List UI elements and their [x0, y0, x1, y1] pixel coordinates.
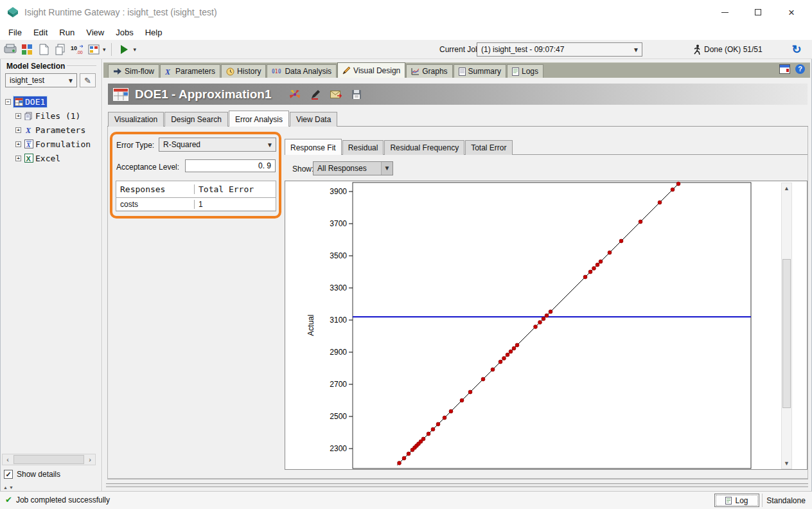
- model-select[interactable]: isight_test ▼: [5, 73, 77, 87]
- expand-toggle-icon[interactable]: +: [15, 141, 21, 147]
- subtab-error-analysis[interactable]: Error Analysis: [229, 111, 289, 127]
- tab-label: Sim-flow: [125, 67, 154, 76]
- data-point: [599, 260, 603, 263]
- data-point: [431, 427, 435, 431]
- run-options-caret-icon[interactable]: ▾: [134, 46, 137, 53]
- response-fit-chart: 230025002700290031003300350037003900Actu…: [285, 181, 808, 470]
- data-point: [542, 317, 545, 321]
- display-options-button[interactable]: [86, 42, 102, 57]
- edit-model-button[interactable]: ✎: [80, 73, 96, 87]
- expand-toggle-icon[interactable]: +: [15, 156, 21, 161]
- subtab-visualization[interactable]: Visualization: [108, 112, 164, 127]
- scrollbar-thumb[interactable]: [13, 455, 84, 464]
- publish-button[interactable]: [328, 87, 344, 102]
- data-point: [538, 321, 542, 325]
- scroll-down-icon[interactable]: ▼: [782, 458, 791, 469]
- tree-item-files[interactable]: Files (1): [24, 111, 82, 121]
- error-type-select[interactable]: R-Squared ▼: [159, 138, 276, 152]
- subtab-view-data[interactable]: View Data: [290, 112, 337, 127]
- data-point: [481, 377, 485, 381]
- tree-item-parameters[interactable]: X Parameters: [24, 125, 87, 136]
- table-row[interactable]: costs 1: [116, 198, 276, 211]
- total-error-column-header[interactable]: Total Error: [195, 184, 276, 194]
- tab-logs[interactable]: Logs: [507, 64, 543, 78]
- analysis-tab-total-error[interactable]: Total Error: [465, 140, 512, 155]
- envelope-icon: [330, 90, 342, 99]
- sidebar-scroll-arrows[interactable]: ▲▼: [3, 485, 15, 490]
- show-responses-value: All Responses: [313, 164, 381, 173]
- rename-button[interactable]: [308, 87, 323, 102]
- analysis-tab-residual[interactable]: Residual: [342, 140, 384, 155]
- tab-visual-design[interactable]: Visual Design: [337, 62, 405, 78]
- data-point: [592, 267, 596, 271]
- analysis-tab-response-fit[interactable]: Response Fit: [285, 139, 342, 155]
- expand-toggle-icon[interactable]: +: [15, 113, 21, 119]
- scroll-left-icon[interactable]: ‹: [3, 456, 13, 463]
- tab-graphs[interactable]: Graphs: [406, 64, 452, 78]
- tab-history[interactable]: History: [221, 64, 266, 78]
- precision-button[interactable]: 10.00: [69, 42, 85, 57]
- chart-vertical-scrollbar[interactable]: ▲ ▼: [781, 183, 792, 469]
- maximize-button[interactable]: [741, 0, 775, 24]
- current-job-label: Current Job: [439, 45, 480, 54]
- tab-sim-flow[interactable]: Sim-flow: [108, 64, 159, 78]
- data-point: [502, 357, 506, 361]
- open-model-button[interactable]: [19, 42, 35, 57]
- subtab-label: Error Analysis: [235, 115, 283, 124]
- current-job-select[interactable]: (1) isight_test - 09:07:47 ▼: [477, 42, 642, 57]
- show-details-checkbox[interactable]: ✓: [4, 470, 13, 479]
- svg-text:X: X: [165, 67, 171, 75]
- svg-text:X: X: [25, 126, 31, 134]
- error-type-label: Error Type:: [116, 141, 154, 150]
- data-point: [608, 251, 612, 254]
- summary-doc-icon: [459, 67, 466, 76]
- scroll-up-icon[interactable]: ▲: [3, 485, 9, 490]
- data-point: [449, 409, 453, 413]
- logs-doc-icon: [512, 67, 519, 76]
- display-options-caret-icon[interactable]: ▾: [103, 46, 106, 53]
- menu-help[interactable]: Help: [139, 26, 168, 39]
- collapse-toggle-icon[interactable]: −: [5, 99, 11, 105]
- menu-edit[interactable]: Edit: [28, 26, 53, 39]
- data-point: [468, 390, 472, 394]
- expand-toggle-icon[interactable]: +: [15, 127, 21, 133]
- horizontal-splitter[interactable]: [106, 483, 808, 487]
- new-gateway-button[interactable]: [3, 42, 18, 57]
- acceptance-level-label: Acceptance Level:: [116, 163, 179, 172]
- scrollbar-thumb[interactable]: [782, 259, 791, 408]
- tree-item-formulation[interactable]: X Formulation: [24, 139, 93, 150]
- y-tick-label: 3300: [330, 283, 347, 292]
- copy-button[interactable]: [53, 42, 68, 57]
- show-responses-select[interactable]: All Responses ▼: [313, 161, 393, 175]
- sidebar-divider[interactable]: [102, 59, 103, 491]
- log-button[interactable]: Log: [714, 494, 759, 507]
- scroll-right-icon[interactable]: ›: [85, 456, 95, 463]
- responses-column-header[interactable]: Responses: [116, 184, 195, 194]
- tab-data-analysis[interactable]: 010 Data Analysis: [267, 64, 337, 78]
- sidebar-horizontal-scrollbar[interactable]: ‹ ›: [2, 454, 96, 465]
- tree-item-excel[interactable]: X Excel: [24, 153, 62, 164]
- menu-view[interactable]: View: [80, 26, 110, 39]
- panel-layout-button[interactable]: [779, 64, 790, 74]
- excel-icon: X: [24, 154, 33, 163]
- tree-item-doe1[interactable]: DOE1: [13, 96, 47, 107]
- subtab-design-search[interactable]: Design Search: [164, 112, 228, 127]
- help-button[interactable]: ?: [795, 64, 805, 74]
- save-button[interactable]: [349, 87, 364, 102]
- scroll-up-icon[interactable]: ▲: [782, 183, 791, 193]
- chart-canvas: 230025002700290031003300350037003900Actu…: [285, 181, 807, 469]
- run-button[interactable]: [117, 42, 132, 57]
- menu-run[interactable]: Run: [53, 26, 80, 39]
- tab-parameters[interactable]: X Parameters: [160, 64, 220, 78]
- acceptance-level-input[interactable]: [185, 159, 276, 172]
- close-button[interactable]: ×: [775, 0, 808, 24]
- refresh-button[interactable]: ↻: [789, 42, 804, 57]
- file-button[interactable]: [36, 42, 51, 57]
- scroll-down-icon[interactable]: ▼: [9, 485, 15, 490]
- analysis-tab-residual-frequency[interactable]: Residual Frequency: [384, 140, 464, 155]
- export-graph-button[interactable]: [287, 87, 303, 102]
- minimize-button[interactable]: [708, 0, 741, 24]
- menu-jobs[interactable]: Jobs: [110, 26, 139, 39]
- menu-file[interactable]: File: [3, 26, 28, 39]
- tab-summary[interactable]: Summary: [454, 64, 506, 78]
